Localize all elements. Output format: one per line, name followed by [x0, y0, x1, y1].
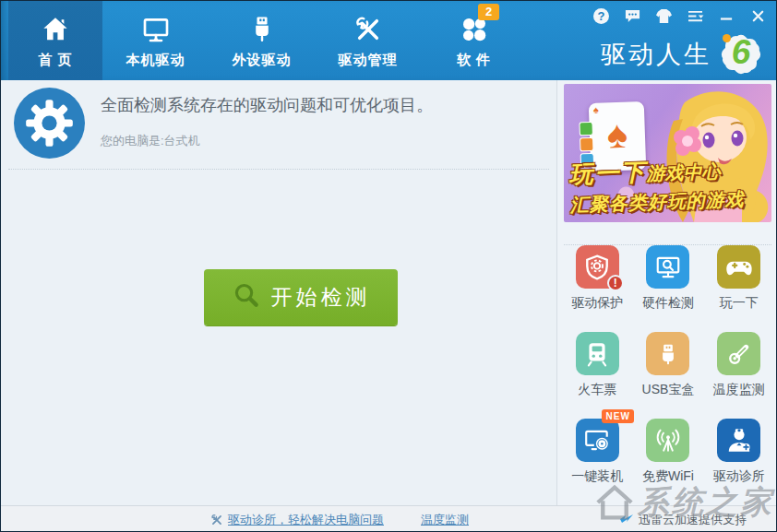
sidebar: ♠ ♠ 玩一下游戏中心 汇聚各类好玩的游戏 ! [556, 80, 777, 505]
usb-box-icon [646, 332, 689, 375]
window-controls: ? [592, 7, 767, 25]
app-play-games[interactable]: 玩一下 [703, 245, 774, 312]
tab-local-drivers[interactable]: 本机驱动 [102, 1, 209, 80]
tools-icon [353, 13, 383, 46]
tab-home[interactable]: 首 页 [8, 1, 102, 80]
app-driver-protection[interactable]: ! 驱动保护 [562, 245, 633, 312]
app-hardware-check[interactable]: 硬件检测 [633, 245, 704, 312]
tab-driver-management[interactable]: 驱动管理 [315, 1, 421, 80]
tab-peripheral-drivers[interactable]: 外设驱动 [209, 1, 315, 80]
app-free-wifi[interactable]: 免费WiFi [633, 419, 704, 485]
tab-label: 软 件 [457, 52, 491, 69]
game-center-banner[interactable]: ♠ ♠ 玩一下游戏中心 汇聚各类好玩的游戏 [564, 84, 771, 222]
tab-label: 本机驱动 [126, 52, 185, 69]
temperature-monitor-link[interactable]: 温度监测 [421, 506, 469, 532]
monitor-scan-icon [646, 245, 689, 289]
train-icon [576, 332, 619, 375]
main-panel: 全面检测系统存在的驱动问题和可优化项目。 您的电脑是:台式机 开始检测 [1, 80, 556, 505]
start-scan-label: 开始检测 [271, 283, 371, 312]
detection-info: 全面检测系统存在的驱动问题和可优化项目。 您的电脑是:台式机 [8, 80, 549, 170]
tab-label: 外设驱动 [233, 52, 292, 69]
driver-clinic-link[interactable]: 驱动诊所，轻松解决电脑问题 [210, 506, 384, 532]
computer-type-text: 您的电脑是:台式机 [101, 133, 200, 149]
minimize-icon[interactable] [718, 7, 735, 25]
start-scan-button[interactable]: 开始检测 [204, 269, 398, 325]
logo-text: 驱动人生 [601, 38, 711, 71]
cloud-support-text: 迅雷云加速提供支持 [619, 506, 747, 532]
menu-icon[interactable] [687, 7, 704, 25]
app-usb-box[interactable]: USB宝盒 [633, 332, 704, 398]
doctor-icon [717, 419, 760, 462]
app-one-key-install[interactable]: NEW 一键装机 [562, 419, 633, 485]
software-count-badge: 2 [478, 4, 499, 20]
skin-icon[interactable] [655, 7, 673, 25]
new-badge: NEW [602, 409, 633, 423]
main-nav: 首 页 本机驱动 [8, 1, 527, 80]
close-icon[interactable] [749, 7, 767, 25]
gear-version-icon: 6 [717, 30, 765, 78]
tab-software[interactable]: 软 件 2 [421, 1, 527, 80]
app-driver-clinic[interactable]: 驱动诊所 [703, 419, 774, 485]
thermometer-icon [717, 332, 760, 375]
tab-label: 首 页 [38, 52, 72, 69]
shield-gear-icon: ! [576, 245, 619, 289]
app-temperature-monitor[interactable]: 温度监测 [703, 332, 774, 398]
app-grid: ! 驱动保护 硬件检测 [562, 234, 774, 485]
wifi-icon [646, 419, 689, 462]
wrench-link-icon [210, 514, 223, 526]
tab-label: 驱动管理 [339, 52, 398, 69]
usb-plug-icon [248, 13, 276, 46]
app-window: 首 页 本机驱动 [0, 0, 777, 532]
banner-text: 玩一下游戏中心 汇聚各类好玩的游戏 [568, 153, 745, 219]
search-icon [232, 280, 260, 314]
gamepad-icon [717, 245, 760, 289]
alert-badge: ! [607, 275, 624, 291]
version-number: 6 [717, 33, 765, 72]
help-icon[interactable]: ? [592, 7, 610, 25]
feedback-icon[interactable] [624, 7, 641, 25]
home-icon [40, 13, 71, 46]
thunder-icon [619, 514, 634, 526]
header-bar: 首 页 本机驱动 [1, 1, 777, 80]
gear-icon [14, 88, 85, 162]
status-bar: 驱动诊所，轻松解决电脑问题 温度监测 迅雷云加速提供支持 [1, 505, 777, 532]
app-train-tickets[interactable]: 火车票 [562, 332, 633, 398]
detection-title: 全面检测系统存在的驱动问题和可优化项目。 [101, 94, 433, 116]
monitor-icon [140, 13, 172, 46]
monitor-disc-icon: NEW [576, 419, 619, 462]
app-logo: 驱动人生 6 [601, 30, 765, 78]
